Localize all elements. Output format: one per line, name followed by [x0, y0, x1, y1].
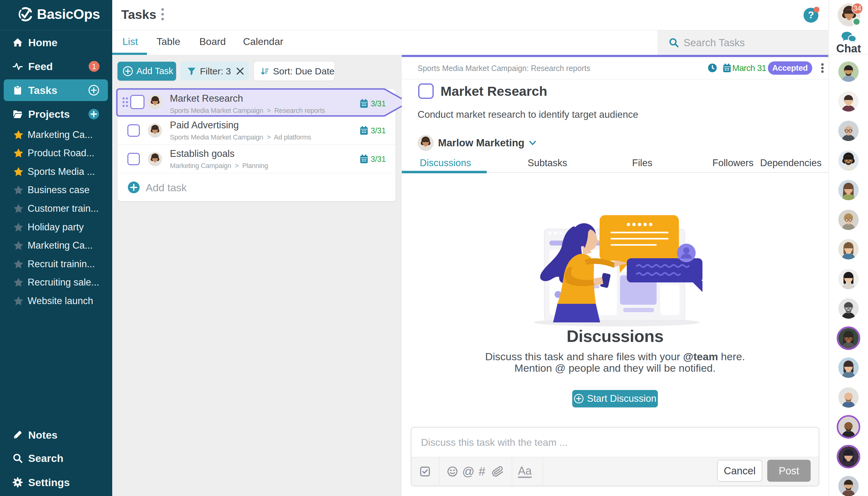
sidebar-item-search[interactable]: Search — [0, 449, 112, 468]
sidebar-item-label: Settings — [28, 477, 70, 489]
sidebar-item-label: Projects — [28, 108, 70, 120]
logo[interactable]: BasicOps — [0, 0, 112, 30]
detail-tab-dependencies[interactable]: Dependencies — [760, 155, 822, 171]
task-row[interactable]: Paid Advertising Sports Media Market Cam… — [118, 116, 396, 145]
sidebar-item-label: Feed — [28, 60, 53, 73]
project-label: Marketing Ca... — [28, 129, 93, 140]
search-placeholder: Search Tasks — [684, 37, 745, 49]
app-root: BasicOps Home Feed 1 Tasks — [0, 0, 868, 496]
row-checkbox[interactable] — [127, 153, 140, 165]
task-row[interactable]: Establish goals Marketing Campaign > Pla… — [118, 145, 396, 173]
chat-avatar[interactable] — [838, 210, 859, 230]
sort-button[interactable]: Sort: Due Date — [254, 62, 335, 81]
tab-calendar[interactable]: Calendar — [243, 30, 283, 53]
star-icon[interactable] — [13, 277, 24, 288]
cancel-button[interactable]: Cancel — [717, 460, 762, 482]
sidebar-item-settings[interactable]: Settings — [0, 473, 112, 492]
sidebar-item-home[interactable]: Home — [0, 33, 112, 52]
start-discussion-button[interactable]: Start Discussion — [572, 390, 658, 407]
star-icon[interactable] — [13, 167, 24, 177]
status-badge[interactable]: Accepted — [768, 61, 812, 75]
chat-avatar[interactable] — [838, 61, 859, 82]
emoji-icon[interactable] — [447, 466, 458, 477]
star-icon[interactable] — [13, 296, 24, 306]
row-checkbox[interactable] — [127, 124, 140, 137]
sidebar-item-label: Tasks — [28, 84, 57, 96]
sidebar-project-item[interactable]: Business case — [0, 181, 112, 199]
star-icon[interactable] — [13, 129, 24, 140]
sidebar-item-projects[interactable]: Projects — [0, 105, 112, 124]
clear-filter-icon[interactable] — [236, 67, 244, 75]
hashtag-icon[interactable]: # — [479, 465, 485, 478]
clock-icon[interactable] — [708, 64, 717, 72]
sidebar-project-item[interactable]: Customer train... — [0, 199, 112, 218]
chat-avatar[interactable] — [838, 269, 859, 289]
star-icon[interactable] — [13, 259, 24, 269]
task-checkbox[interactable] — [418, 83, 434, 99]
sidebar-project-item[interactable]: Recruit trainin... — [0, 255, 112, 273]
discussion-composer[interactable]: Discuss this task with the team ... @ # — [411, 427, 819, 486]
sidebar-item-notes[interactable]: Notes — [0, 425, 112, 445]
feed-icon — [13, 61, 22, 71]
detail-tab-subtasks[interactable]: Subtasks — [528, 155, 567, 171]
add-task-plus-icon[interactable] — [88, 85, 99, 96]
tab-list[interactable]: List — [122, 30, 138, 53]
sidebar-project-item[interactable]: Website launch — [0, 292, 112, 310]
chat-avatar[interactable] — [838, 298, 859, 319]
calendar-icon[interactable] — [723, 63, 731, 73]
filter-funnel-icon — [187, 67, 196, 76]
filter-chip[interactable]: Filter: 3 — [180, 62, 249, 81]
star-icon[interactable] — [13, 148, 24, 158]
star-icon[interactable] — [13, 241, 24, 251]
add-task-button[interactable]: Add Task — [118, 62, 176, 81]
plus-circle-icon — [128, 181, 140, 193]
format-icon[interactable]: Aa — [518, 465, 532, 478]
detail-tab-discussions[interactable]: Discussions — [420, 155, 471, 171]
mention-icon[interactable]: @ — [462, 465, 475, 478]
star-icon[interactable] — [13, 203, 24, 214]
chat-avatar[interactable] — [838, 328, 859, 348]
attach-icon[interactable] — [492, 466, 504, 477]
detail-menu-icon[interactable] — [821, 63, 824, 73]
row-checkbox[interactable] — [130, 95, 144, 109]
star-icon[interactable] — [13, 222, 24, 232]
add-task-row[interactable]: Add task — [118, 174, 396, 201]
title-menu-icon[interactable] — [161, 8, 164, 20]
chat-avatar[interactable] — [838, 239, 859, 260]
sidebar-project-item[interactable]: Marketing Ca... — [0, 126, 112, 144]
chat-avatar[interactable] — [838, 476, 859, 496]
add-project-plus-icon[interactable] — [88, 109, 99, 120]
chat-header[interactable]: Chat — [829, 30, 868, 55]
chat-avatar[interactable] — [838, 180, 859, 200]
search-tasks-box[interactable]: Search Tasks — [657, 30, 828, 55]
assignee-selector[interactable]: Marlow Marketing — [418, 135, 536, 151]
sidebar-project-item[interactable]: Product Road... — [0, 144, 112, 162]
sidebar-project-item[interactable]: Sports Media ... — [0, 162, 112, 181]
drag-handle-icon[interactable] — [122, 97, 128, 107]
chat-avatar[interactable] — [838, 357, 859, 378]
chat-avatar[interactable] — [838, 417, 859, 437]
sidebar-item-tasks[interactable]: Tasks — [4, 79, 108, 101]
detail-tab-followers[interactable]: Followers — [712, 155, 754, 171]
star-icon[interactable] — [13, 185, 24, 195]
selected-task-row[interactable]: Market Research Sports Media Market Camp… — [118, 88, 406, 116]
chat-avatar[interactable] — [838, 446, 859, 467]
assignee-avatar — [418, 135, 434, 151]
sidebar-project-item[interactable]: Holiday party — [0, 218, 112, 236]
chat-avatar[interactable] — [838, 121, 859, 141]
sidebar-project-item[interactable]: Marketing Ca... — [0, 236, 112, 255]
help-icon[interactable]: ? — [803, 7, 819, 23]
detail-tab-files[interactable]: Files — [632, 155, 652, 171]
chat-avatar[interactable] — [838, 387, 859, 408]
row-avatar — [148, 123, 162, 138]
detail-header: Sports Media Market Campaign: Research r… — [402, 57, 828, 79]
tab-board[interactable]: Board — [199, 30, 226, 53]
sidebar-project-item[interactable]: Recruiting sale... — [0, 274, 112, 292]
post-button[interactable]: Post — [767, 460, 811, 482]
task-checkbox-icon[interactable] — [420, 466, 430, 477]
chat-avatar[interactable] — [838, 91, 859, 112]
chat-avatar[interactable] — [838, 150, 859, 171]
discussions-illustration — [527, 213, 707, 328]
tab-table[interactable]: Table — [157, 30, 181, 53]
sidebar-item-feed[interactable]: Feed 1 — [0, 57, 112, 76]
